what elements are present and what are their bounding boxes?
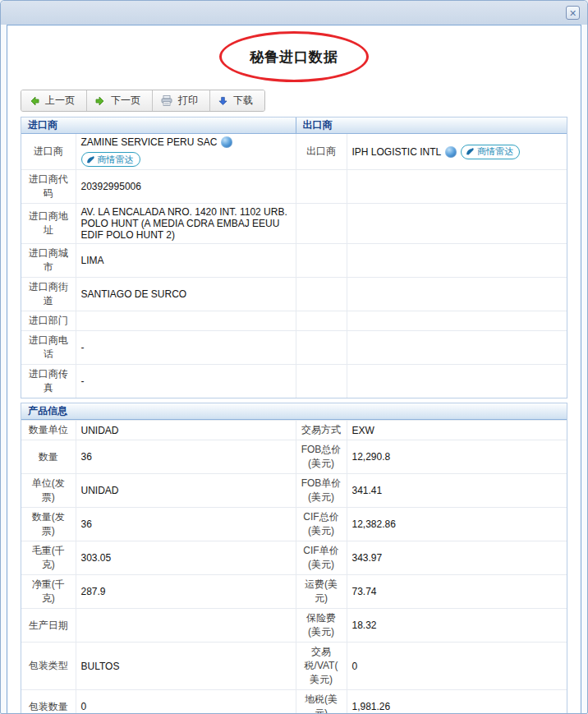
dialog-content: 秘鲁进口数据 上一页 下一页 — [7, 25, 581, 714]
next-page-button[interactable]: 下一页 — [87, 90, 153, 111]
field-label: 进口商地址 — [21, 204, 76, 244]
field-label: 数量(发票) — [21, 508, 76, 541]
field-label: 单位(发票) — [21, 474, 76, 508]
importer-name: ZAMINE SERVICE PERU SAC — [81, 136, 218, 148]
field-label: 毛重(千克) — [21, 541, 76, 575]
table-row: 进口商地址AV. LA ENCALADA NRO. 1420 INT. 1102… — [21, 204, 567, 244]
field-label: 数量单位 — [21, 421, 76, 440]
field-label — [296, 331, 347, 365]
page-title: 秘鲁进口数据 — [250, 48, 338, 67]
field-label — [296, 278, 347, 311]
field-label: 进口部门 — [21, 311, 76, 331]
table-row: 进口部门 — [21, 311, 567, 331]
prev-page-button[interactable]: 上一页 — [21, 90, 87, 111]
field-value: - — [76, 365, 296, 398]
product-section-header: 产品信息 — [21, 403, 567, 420]
product-info-section: 产品信息 数量单位UNIDAD交易方式EXW 数量36FOB总价(美元)12,2… — [21, 403, 567, 714]
table-row: 进口商电话- — [21, 331, 567, 365]
radar-badge-label: 商情雷达 — [98, 154, 134, 166]
print-button[interactable]: 打印 — [153, 90, 210, 111]
field-label: 包装类型 — [21, 643, 76, 690]
radar-badge-exporter[interactable]: 商情雷达 — [461, 145, 520, 159]
radar-icon — [466, 147, 475, 156]
field-label: 进口商城市 — [21, 244, 76, 278]
field-label: CIF总价(美元) — [296, 508, 347, 541]
arrow-left-icon — [30, 96, 39, 106]
field-value: 12,290.8 — [347, 440, 567, 474]
radar-badge-label: 商情雷达 — [477, 145, 513, 158]
table-row: 数量单位UNIDAD交易方式EXW — [21, 421, 567, 440]
download-button[interactable]: 下载 — [210, 90, 264, 111]
field-label — [296, 170, 347, 204]
field-value: UNIDAD — [76, 474, 296, 508]
trade-record-dialog: ✕ 秘鲁进口数据 上一页 下一页 — [0, 0, 588, 714]
table-row: 毛重(千克)303.05CIF单价(美元)343.97 — [21, 541, 567, 575]
importer-exporter-table: 进口商 出口商 进口商 ZAMINE SERVICE PERU SAC — [21, 117, 567, 398]
download-label: 下载 — [233, 94, 253, 108]
field-value: BULTOS — [76, 643, 296, 690]
field-label: FOB总价(美元) — [296, 440, 347, 474]
field-label: 运费(美元) — [296, 575, 347, 609]
toolbar-button-group: 上一页 下一页 打印 — [21, 90, 265, 112]
close-icon[interactable]: ✕ — [566, 6, 580, 20]
field-value — [347, 204, 567, 244]
field-label: 数量 — [21, 440, 76, 474]
field-label — [296, 365, 347, 398]
field-value: UNIDAD — [76, 421, 296, 440]
field-label: 交易税/VAT(美元) — [296, 643, 347, 690]
field-label: 进口商街道 — [21, 278, 76, 311]
importer-name-cell: ZAMINE SERVICE PERU SAC 商情雷达 — [76, 134, 296, 170]
table-row: 数量36FOB总价(美元)12,290.8 — [21, 440, 567, 474]
field-value: LIMA — [76, 244, 296, 278]
field-label: 进口商电话 — [21, 331, 76, 365]
field-value: SANTIAGO DE SURCO — [76, 278, 296, 311]
table-row: 进口商 ZAMINE SERVICE PERU SAC — [21, 134, 567, 170]
field-value: 18.32 — [347, 609, 567, 643]
exporter-name-cell: IPH LOGISTIC INTL 商情雷达 — [347, 134, 567, 170]
field-value: 341.41 — [347, 474, 567, 508]
field-value: EXW — [347, 421, 567, 440]
field-value — [347, 331, 567, 365]
table-row: 进口商城市LIMA — [21, 244, 567, 278]
field-label: 进口商 — [21, 134, 76, 170]
globe-icon[interactable] — [221, 136, 232, 148]
field-value: 36 — [76, 440, 296, 474]
field-value — [347, 311, 567, 331]
field-label: 包装数量 — [21, 690, 76, 714]
field-label: CIF单价(美元) — [296, 541, 347, 575]
print-label: 打印 — [178, 94, 198, 108]
field-value: 343.97 — [347, 541, 567, 575]
field-label — [296, 204, 347, 244]
field-label: 进口商代码 — [21, 170, 76, 204]
field-label — [296, 244, 347, 278]
printer-icon — [161, 95, 172, 106]
exporter-name: IPH LOGISTIC INTL — [352, 146, 442, 158]
field-label: FOB单价(美元) — [296, 474, 347, 508]
field-value: 36 — [76, 508, 296, 541]
table-row: 包装数量0地税(美元)1,981.26 — [21, 690, 567, 714]
title-area: 秘鲁进口数据 — [7, 25, 581, 88]
importer-section-header: 进口商 — [21, 117, 296, 134]
field-value: AV. LA ENCALADA NRO. 1420 INT. 1102 URB.… — [76, 204, 296, 244]
table-row: 生产日期保险费(美元)18.32 — [21, 609, 567, 643]
prev-page-label: 上一页 — [45, 94, 75, 108]
field-value: - — [76, 331, 296, 365]
field-value — [76, 311, 296, 331]
table-row: 进口商街道SANTIAGO DE SURCO — [21, 278, 567, 311]
table-row: 进口商传真- — [21, 365, 567, 398]
next-page-label: 下一页 — [111, 94, 140, 108]
field-label — [296, 311, 347, 331]
record-sections: 进口商 出口商 进口商 ZAMINE SERVICE PERU SAC — [21, 117, 567, 714]
table-row: 包装类型BULTOS交易税/VAT(美元)0 — [21, 643, 567, 690]
table-row: 数量(发票)36CIF总价(美元)12,382.86 — [21, 508, 567, 541]
table-row: 进口商代码20392995006 — [21, 170, 567, 204]
field-label: 出口商 — [296, 134, 347, 170]
field-value — [347, 244, 567, 278]
importer-exporter-section: 进口商 出口商 进口商 ZAMINE SERVICE PERU SAC — [21, 117, 567, 398]
field-value: 303.05 — [76, 541, 296, 575]
field-value: 287.9 — [76, 575, 296, 609]
field-label: 净重(千克) — [21, 575, 76, 609]
radar-badge-importer[interactable]: 商情雷达 — [81, 152, 140, 167]
toolbar: 上一页 下一页 打印 — [7, 88, 581, 117]
globe-icon[interactable] — [445, 146, 457, 158]
